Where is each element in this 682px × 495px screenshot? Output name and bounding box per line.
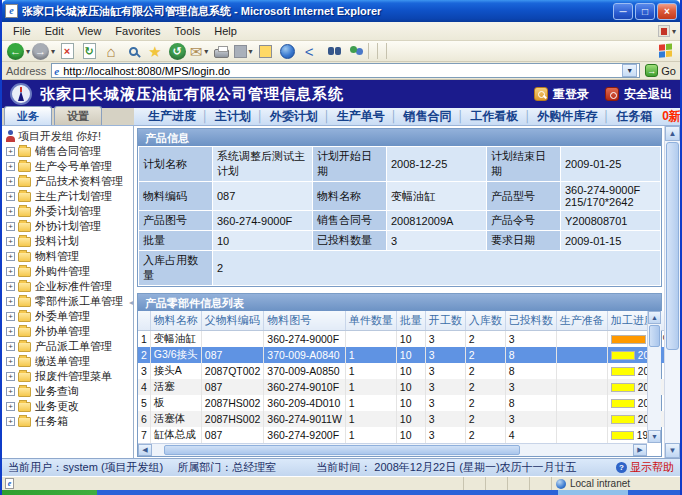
logout-button[interactable]: 安全退出 [605,86,672,103]
nav-item-7[interactable]: 任务箱 [610,109,658,123]
expand-icon[interactable]: + [6,162,15,171]
parts-horizontal-scrollbar[interactable]: ◀ ▶ [138,443,647,456]
chevron-down-icon[interactable]: ▾ [204,47,208,56]
binoculars-icon[interactable] [321,42,341,61]
page-scrollbar[interactable]: ▲ ▼ [664,126,680,458]
start-button[interactable] [2,490,97,495]
tab-business[interactable]: 业务 [4,106,52,125]
stop-icon[interactable]: × [57,42,77,61]
menu-item-view[interactable]: View [71,23,109,39]
column-header[interactable]: 已投料数 [505,311,556,331]
expand-icon[interactable]: + [6,297,15,306]
sidebar-item-8[interactable]: +外购件管理 [4,264,133,279]
nav-item-5[interactable]: 工作看板 [464,109,524,123]
expand-icon[interactable]: + [6,192,15,201]
expand-icon[interactable]: + [6,282,15,291]
go-button[interactable]: → Go [645,64,676,77]
sidebar-item-10[interactable]: +零部件派工单管理 [4,294,133,309]
history-icon[interactable]: ↺ [167,42,187,61]
expand-icon[interactable]: + [6,147,15,156]
expand-icon[interactable]: + [6,417,15,426]
sidebar-item-11[interactable]: +外委单管理 [4,309,133,324]
table-row[interactable]: 7缸体总成087360-274-9200F11032419 % [138,427,664,443]
sidebar-item-16[interactable]: +业务查询 [4,384,133,399]
chevron-down-icon[interactable]: ▾ [26,47,30,56]
scroll-up-icon[interactable]: ▲ [665,126,680,141]
mail-icon[interactable]: ✉▾ [189,42,209,61]
table-row[interactable]: 3接头A2087QT002370-009-A085011032820 % [138,363,664,379]
tab-settings[interactable]: 设置 [54,106,102,125]
sidebar-item-15[interactable]: +报废件管理菜单 [4,369,133,384]
scroll-thumb[interactable] [666,142,679,350]
relogin-button[interactable]: 重登录 [534,86,589,103]
close-button[interactable]: × [657,3,677,20]
back-icon[interactable]: ←▾ [7,42,30,61]
expand-icon[interactable]: + [6,222,15,231]
messenger-arrow-icon[interactable]: < [299,42,319,61]
scroll-thumb[interactable] [649,325,660,347]
minimize-button[interactable]: ─ [613,3,633,20]
expand-icon[interactable]: + [6,237,15,246]
edit-icon[interactable]: ▾ [233,42,253,61]
refresh-icon[interactable]: ↻ [79,42,99,61]
home-icon[interactable]: ⌂ [101,42,121,61]
expand-icon[interactable]: + [6,372,15,381]
table-row[interactable]: 1变幅油缸360-274-9000F1032329 % [138,331,664,348]
show-help-link[interactable]: ? 显示帮助 [616,460,674,475]
scroll-up-icon[interactable]: ▲ [648,311,661,324]
note-icon[interactable] [255,42,275,61]
menu-item-edit[interactable]: Edit [38,23,71,39]
windows-taskbar[interactable] [2,490,680,495]
column-header[interactable]: 父物料编码 [201,311,263,331]
sidebar-item-17[interactable]: +业务更改 [4,399,133,414]
sidebar-item-1[interactable]: +生产令号单管理 [4,159,133,174]
column-header[interactable]: 物料图号 [264,311,346,331]
scroll-right-icon[interactable]: ▶ [633,444,647,456]
scroll-thumb[interactable] [164,445,520,455]
menu-item-help[interactable]: Help [207,23,244,39]
sidebar-item-9[interactable]: +企业标准件管理 [4,279,133,294]
expand-icon[interactable]: + [6,267,15,276]
scroll-left-icon[interactable]: ◀ [138,444,152,456]
sidebar-item-2[interactable]: +产品技术资料管理 [4,174,133,189]
column-header[interactable]: 物料名称 [150,311,201,331]
scroll-down-icon[interactable]: ▼ [665,443,680,458]
sidebar-item-0[interactable]: +销售合同管理 [4,144,133,159]
parts-vertical-scrollbar[interactable]: ▲ ▼ [647,311,661,443]
expand-icon[interactable]: + [6,327,15,336]
chevron-down-icon[interactable]: ▾ [51,47,55,56]
table-row[interactable]: 6活塞体2087HS002360-274-9011W11032320 % [138,411,664,427]
nav-item-3[interactable]: 生产单号 [331,109,391,123]
sidebar-item-7[interactable]: +物料管理 [4,249,133,264]
sidebar-item-6[interactable]: +投料计划 [4,234,133,249]
column-header[interactable]: 生产准备 [556,311,607,331]
expand-icon[interactable]: + [6,357,15,366]
nav-item-0[interactable]: 生产进度 [142,109,202,123]
sidebar-item-14[interactable]: +缴送单管理 [4,354,133,369]
sidebar-item-3[interactable]: +主生产计划管理 [4,189,133,204]
expand-icon[interactable]: + [6,177,15,186]
menu-brand[interactable]: ▾ [658,25,676,37]
sidebar-item-12[interactable]: +外协单管理 [4,324,133,339]
expand-icon[interactable]: + [6,402,15,411]
sidebar-collapse-arrow[interactable]: ◂ [129,298,133,307]
column-header[interactable]: 开工数 [425,311,465,331]
nav-item-4[interactable]: 销售合同 [398,109,458,123]
expand-icon[interactable]: + [6,252,15,261]
maximize-button[interactable]: □ [635,3,655,20]
print-icon[interactable] [211,42,231,61]
column-header[interactable] [138,311,150,331]
address-input[interactable] [63,65,622,77]
column-header[interactable]: 单件数量 [345,311,396,331]
sidebar-item-18[interactable]: +任务箱 [4,414,133,429]
globe-icon[interactable] [277,42,297,61]
messenger-icon[interactable] [343,42,363,61]
table-row[interactable]: 2G3/6接头087370-009-A084011032820 % [138,347,664,363]
search-icon[interactable] [123,42,143,61]
menu-item-favorites[interactable]: Favorites [108,23,167,39]
column-header[interactable]: 批量 [396,311,425,331]
scroll-down-icon[interactable]: ▼ [648,430,661,443]
expand-icon[interactable]: + [6,387,15,396]
chevron-down-icon[interactable]: ▾ [249,47,253,56]
nav-item-6[interactable]: 外购件库存 [531,109,603,123]
